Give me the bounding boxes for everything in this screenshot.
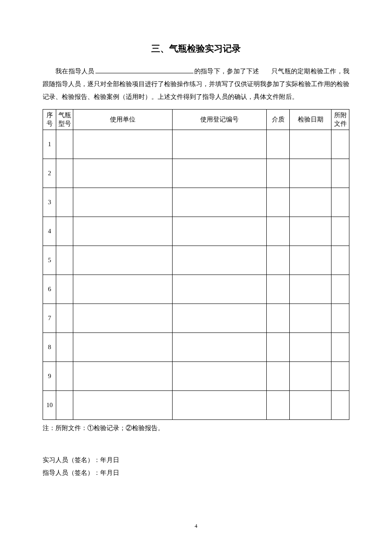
- table-row: 7: [43, 304, 349, 333]
- cell-attach[interactable]: [331, 130, 349, 159]
- intro-1b: 的指导下，参加了下述: [194, 68, 259, 75]
- cell-date[interactable]: [290, 217, 331, 246]
- cell-date[interactable]: [290, 333, 331, 362]
- cell-date[interactable]: [290, 391, 331, 420]
- cell-model[interactable]: [56, 130, 73, 159]
- cell-reg[interactable]: [173, 362, 267, 391]
- cell-medium[interactable]: [267, 159, 290, 188]
- cell-model[interactable]: [56, 159, 73, 188]
- cell-seq: 6: [43, 275, 56, 304]
- cell-medium[interactable]: [267, 188, 290, 217]
- cell-seq: 1: [43, 130, 56, 159]
- table-row: 3: [43, 188, 349, 217]
- cell-unit[interactable]: [73, 159, 172, 188]
- record-table: 序号 气瓶型号 使用单位 使用登记编号 介质 检验日期 所附文件 1234567…: [43, 109, 349, 420]
- cell-reg[interactable]: [173, 246, 267, 275]
- cell-attach[interactable]: [331, 304, 349, 333]
- trainee-sign-line: 实习人员（签名）：年月日: [43, 454, 349, 466]
- cell-medium[interactable]: [267, 217, 290, 246]
- supervisor-name-blank[interactable]: [95, 66, 193, 73]
- cell-attach[interactable]: [331, 159, 349, 188]
- cell-unit[interactable]: [73, 304, 172, 333]
- cell-seq: 2: [43, 159, 56, 188]
- cell-unit[interactable]: [73, 333, 172, 362]
- th-model: 气瓶型号: [56, 110, 73, 130]
- cell-attach[interactable]: [331, 246, 349, 275]
- cell-attach[interactable]: [331, 362, 349, 391]
- cell-model[interactable]: [56, 333, 73, 362]
- table-header-row: 序号 气瓶型号 使用单位 使用登记编号 介质 检验日期 所附文件: [43, 110, 349, 130]
- cell-medium[interactable]: [267, 362, 290, 391]
- th-date: 检验日期: [290, 110, 331, 130]
- cell-seq: 5: [43, 246, 56, 275]
- cell-reg[interactable]: [173, 159, 267, 188]
- cell-model[interactable]: [56, 362, 73, 391]
- cell-model[interactable]: [56, 275, 73, 304]
- cell-seq: 8: [43, 333, 56, 362]
- th-medium: 介质: [267, 110, 290, 130]
- supervisor-sign-line: 指导人员（签名）：年月日: [43, 466, 349, 479]
- table-row: 8: [43, 333, 349, 362]
- cell-reg[interactable]: [173, 304, 267, 333]
- cell-attach[interactable]: [331, 275, 349, 304]
- cell-medium[interactable]: [267, 333, 290, 362]
- cell-unit[interactable]: [73, 391, 172, 420]
- th-reg: 使用登记编号: [173, 110, 267, 130]
- cell-date[interactable]: [290, 362, 331, 391]
- cell-model[interactable]: [56, 391, 73, 420]
- intro-1a: 我在指导人员: [55, 68, 95, 75]
- cell-model[interactable]: [56, 304, 73, 333]
- cell-model[interactable]: [56, 217, 73, 246]
- page-number: 4: [0, 523, 392, 529]
- cell-date[interactable]: [290, 246, 331, 275]
- cell-model[interactable]: [56, 246, 73, 275]
- cell-unit[interactable]: [73, 275, 172, 304]
- cell-unit[interactable]: [73, 362, 172, 391]
- page-title: 三、气瓶检验实习记录: [43, 43, 349, 55]
- cell-seq: 7: [43, 304, 56, 333]
- cell-attach[interactable]: [331, 333, 349, 362]
- table-row: 6: [43, 275, 349, 304]
- table-row: 9: [43, 362, 349, 391]
- table-row: 1: [43, 130, 349, 159]
- cell-model[interactable]: [56, 188, 73, 217]
- cell-attach[interactable]: [331, 188, 349, 217]
- intro-paragraph: 我在指导人员的指导下，参加了下述只气瓶的定期检验工作，我跟随指导人员，逐只对全部…: [43, 65, 349, 103]
- cell-unit[interactable]: [73, 188, 172, 217]
- th-unit: 使用单位: [73, 110, 172, 130]
- table-row: 10: [43, 391, 349, 420]
- cell-reg[interactable]: [173, 333, 267, 362]
- cell-medium[interactable]: [267, 130, 290, 159]
- cell-date[interactable]: [290, 304, 331, 333]
- cell-reg[interactable]: [173, 130, 267, 159]
- th-seq: 序号: [43, 110, 56, 130]
- table-row: 2: [43, 159, 349, 188]
- cell-seq: 9: [43, 362, 56, 391]
- table-row: 5: [43, 246, 349, 275]
- cell-attach[interactable]: [331, 391, 349, 420]
- cell-reg[interactable]: [173, 217, 267, 246]
- cell-unit[interactable]: [73, 130, 172, 159]
- cell-medium[interactable]: [267, 246, 290, 275]
- cell-seq: 3: [43, 188, 56, 217]
- cell-date[interactable]: [290, 188, 331, 217]
- table-row: 4: [43, 217, 349, 246]
- th-attach: 所附文件: [331, 110, 349, 130]
- cell-unit[interactable]: [73, 246, 172, 275]
- cell-reg[interactable]: [173, 188, 267, 217]
- cell-date[interactable]: [290, 159, 331, 188]
- footnote: 注：所附文件：①检验记录；②检验报告。: [43, 424, 349, 432]
- cell-medium[interactable]: [267, 391, 290, 420]
- cell-unit[interactable]: [73, 217, 172, 246]
- cell-reg[interactable]: [173, 391, 267, 420]
- cell-seq: 4: [43, 217, 56, 246]
- cell-medium[interactable]: [267, 275, 290, 304]
- cell-seq: 10: [43, 391, 56, 420]
- cell-reg[interactable]: [173, 275, 267, 304]
- cell-date[interactable]: [290, 275, 331, 304]
- cell-medium[interactable]: [267, 304, 290, 333]
- cell-attach[interactable]: [331, 217, 349, 246]
- cell-date[interactable]: [290, 130, 331, 159]
